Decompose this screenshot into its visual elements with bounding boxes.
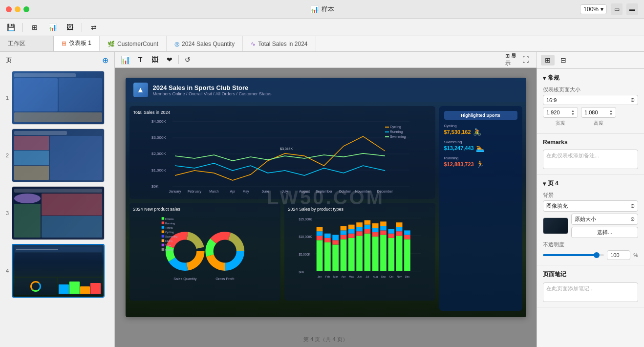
tab-customercount-label: CustomerCount: [117, 41, 158, 47]
svg-text:Gross Profit: Gross Profit: [215, 277, 234, 281]
width-up-arrow[interactable]: ▲: [571, 109, 575, 112]
svg-rect-110: [388, 229, 394, 234]
svg-rect-112: [396, 236, 402, 271]
dash-subtitle: Members Online / Overall Visit / All Ord…: [153, 91, 272, 96]
running-name: Running: [444, 156, 517, 160]
thumb-box-4: [12, 244, 105, 298]
svg-text:Apr: Apr: [341, 275, 345, 278]
width-field[interactable]: 1,920 ▲ ▼: [543, 107, 578, 118]
svg-rect-115: [396, 222, 402, 227]
svg-rect-84: [348, 234, 354, 238]
image-button[interactable]: 🖼: [64, 22, 76, 33]
page-thumb-2[interactable]: 2: [0, 127, 114, 184]
maximize-button[interactable]: [23, 6, 29, 12]
bg-choose-button[interactable]: 选择...: [571, 227, 638, 238]
page-num-3: 3: [6, 210, 9, 216]
dimensions-row: 1,920 ▲ ▼ 1,080 ▲ ▼: [543, 107, 638, 118]
tab-salesqty-label: 2024 Sales Quantity: [182, 41, 235, 47]
tab-customercount[interactable]: 🌿 CustomerCount: [100, 36, 167, 51]
chevron-down-icon: ▾: [543, 75, 546, 82]
note-textarea[interactable]: 在此页面添加笔记...: [543, 282, 638, 302]
page-num-2: 2: [6, 152, 9, 158]
svg-text:Apr: Apr: [230, 190, 236, 194]
svg-text:Jun: Jun: [357, 275, 362, 278]
general-section-title: ▾ 常规: [543, 74, 638, 82]
svg-text:Jul: Jul: [365, 275, 369, 278]
page-thumb-3[interactable]: 3: [0, 184, 114, 242]
opacity-value-field[interactable]: 100: [607, 250, 630, 260]
svg-text:June: June: [261, 190, 269, 193]
opacity-thumb[interactable]: [594, 252, 600, 258]
close-button[interactable]: [6, 6, 12, 12]
tab-workarea[interactable]: 工作区: [0, 36, 54, 51]
highlighted-sports-card: Highlighted Sports Cycling $7,530,162 🚴 …: [439, 106, 522, 311]
save-button[interactable]: 💾: [5, 22, 17, 33]
svg-text:Tennis: Tennis: [165, 226, 172, 229]
svg-rect-55: [161, 248, 164, 251]
fullscreen-button[interactable]: ⛶: [520, 54, 532, 65]
minimize-button[interactable]: [15, 6, 21, 12]
rp-tab-layout[interactable]: ⊟: [557, 55, 570, 65]
width-down-arrow[interactable]: ▼: [571, 112, 575, 116]
svg-text:March: March: [209, 190, 219, 193]
display-button[interactable]: ⊞ 显示: [505, 54, 517, 65]
page-num-1: 1: [6, 95, 9, 101]
width-stepper[interactable]: ▲ ▼: [571, 109, 575, 116]
tab-sales-quantity[interactable]: ◎ 2024 Sales Quantity: [167, 36, 243, 51]
running-value: $12,883,723 🏃: [444, 160, 517, 168]
table-button[interactable]: ⊞: [29, 22, 41, 33]
svg-rect-75: [332, 240, 339, 244]
svg-rect-78: [340, 239, 346, 271]
svg-rect-23: [385, 127, 389, 128]
svg-rect-105: [380, 226, 386, 230]
page-size-select[interactable]: 16:9 ⊙: [543, 95, 638, 105]
tab-total-sales[interactable]: ∿ Total Sales in 2024: [243, 36, 316, 51]
svg-rect-81: [340, 226, 346, 230]
page-size-label: 仪表板页面大小: [543, 86, 638, 93]
bar-chart-icon[interactable]: 📊: [120, 54, 131, 65]
layout-button-2[interactable]: ▬: [626, 3, 638, 15]
tab-dashboard1[interactable]: ⊞ 仪表板 1: [54, 36, 100, 51]
svg-rect-98: [372, 237, 378, 271]
canvas-scroll[interactable]: LW50.COM ▲ 2024 Sales in Sports Club Sto…: [115, 68, 537, 346]
svg-rect-71: [324, 238, 331, 242]
shape-tool-button[interactable]: ❤: [164, 54, 175, 65]
sport-running: Running $12,883,723 🏃: [444, 156, 517, 168]
page-thumb-4[interactable]: 4: [0, 242, 114, 300]
share-button[interactable]: ⇄: [88, 22, 100, 33]
canvas-toolbar-right: ⊞ 显示 ⛶: [505, 54, 532, 65]
donut-chart-title: 2024 New product sales: [133, 207, 277, 212]
svg-text:October: October: [339, 190, 351, 193]
height-down-arrow[interactable]: ▼: [609, 112, 613, 116]
height-up-arrow[interactable]: ▲: [609, 109, 613, 112]
page-num-4: 4: [6, 268, 9, 274]
line-chart-area: $4,000K $3,000K $2,000K $1,000K $0K: [133, 117, 431, 195]
refresh-button[interactable]: ↺: [182, 54, 193, 65]
canvas-status: 第 4 页（共 4 页）: [303, 336, 347, 343]
canvas-page-frame: LW50.COM ▲ 2024 Sales in Sports Club Sto…: [126, 78, 526, 317]
text-tool-button[interactable]: T: [134, 54, 146, 65]
zoom-selector[interactable]: 100% ▾: [580, 4, 607, 14]
image-tool-button[interactable]: 🖼: [149, 54, 161, 65]
bg-preview-row: 原始大小 ⊙ 选择...: [543, 214, 638, 238]
donut-chart-svg: Sales Quantity Gross Profit: [133, 214, 277, 284]
chevron-down-icon: ⊙: [630, 97, 635, 103]
bg-type-select[interactable]: 图像填充 ⊙: [543, 200, 638, 212]
bg-size-select[interactable]: 原始大小 ⊙: [571, 214, 638, 225]
remarks-textarea[interactable]: 在此仪表板添加备注...: [543, 150, 638, 169]
svg-rect-25: [385, 131, 389, 132]
opacity-slider[interactable]: [543, 254, 604, 256]
svg-rect-99: [372, 232, 378, 237]
chart-button[interactable]: 📊: [46, 22, 58, 33]
dimensions-labels-row: 宽度 高度: [543, 120, 638, 127]
layout-button-1[interactable]: ▭: [611, 3, 623, 15]
height-field[interactable]: 1,080 ▲ ▼: [581, 107, 616, 118]
bar-chart-title: 2024 Sales by product types: [288, 207, 431, 212]
page-thumb-1[interactable]: 1: [0, 69, 114, 127]
height-stepper[interactable]: ▲ ▼: [609, 109, 613, 116]
dash-content: Total Sales in 2024 $4,000K $3,000K $2,0…: [126, 102, 526, 315]
cycling-icon: 🚴: [473, 128, 481, 136]
separator-2: [82, 23, 82, 32]
add-page-button[interactable]: ⊕: [102, 56, 108, 65]
rp-tab-grid[interactable]: ⊞: [541, 55, 555, 65]
